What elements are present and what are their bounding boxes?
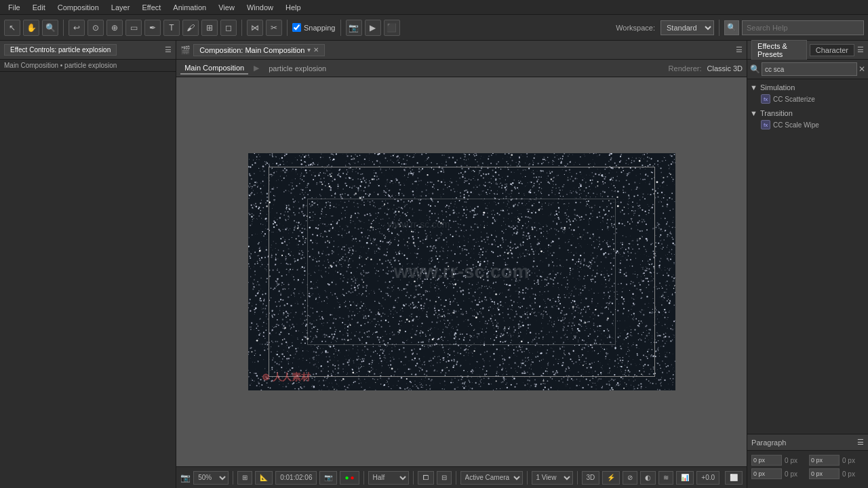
effects-search-clear[interactable]: ✕: [859, 64, 865, 74]
clone-tool[interactable]: ⊞: [201, 20, 218, 36]
fast-preview[interactable]: ⚡: [602, 471, 620, 485]
menu-file[interactable]: File: [3, 2, 26, 13]
brand-watermark: ⊛ 人人素材: [262, 371, 311, 384]
view-count-select[interactable]: 1 View2 Views4 Views: [532, 471, 573, 485]
color-btn[interactable]: ●●: [340, 471, 359, 485]
renderer-value: Classic 3D: [707, 64, 743, 73]
anchor-tool[interactable]: ⊕: [106, 20, 123, 36]
left-panel: Effect Controls: particle explosion ☰ Ma…: [0, 41, 176, 488]
ctrl-div-3: [413, 471, 414, 485]
motion-blur[interactable]: ≋: [658, 471, 673, 485]
rotation-tool[interactable]: ↩: [68, 20, 85, 36]
comp-tab-menu[interactable]: ▾: [307, 46, 311, 54]
para-label-px2: 0 px: [842, 457, 855, 464]
zoom-select[interactable]: 50%100%25%: [193, 471, 229, 485]
menu-view[interactable]: View: [213, 2, 240, 13]
expand-icon[interactable]: ⬜: [725, 471, 743, 485]
simulation-label: Simulation: [760, 83, 795, 92]
toolbar-divider-4: [340, 20, 341, 36]
para-label-px3: 0 px: [785, 470, 797, 478]
puppet-tool[interactable]: ⋈: [247, 20, 263, 36]
viewer-tab-particle[interactable]: particle explosion: [264, 63, 330, 74]
menu-animation[interactable]: Animation: [167, 2, 212, 13]
para-input-4[interactable]: [809, 468, 840, 479]
eraser-tool[interactable]: ◻: [220, 20, 237, 36]
graph-editor[interactable]: 📊: [676, 471, 694, 485]
right-panel-menu[interactable]: ☰: [857, 45, 864, 54]
menu-bar: File Edit Composition Layer Effect Anima…: [0, 0, 868, 15]
effects-presets-tab[interactable]: Effects & Presets: [751, 40, 807, 60]
ctrl-div-1: [233, 471, 233, 485]
quality-select[interactable]: HalfFullQuarter: [368, 471, 409, 485]
menu-window[interactable]: Window: [241, 2, 279, 13]
para-input-1[interactable]: [751, 455, 782, 466]
grid-btn2[interactable]: ⊟: [437, 471, 452, 485]
paragraph-menu[interactable]: ☰: [857, 438, 864, 447]
menu-effect[interactable]: Effect: [136, 2, 166, 13]
viewer-controls: 📷 50%100%25% ⊞ 📐 0:01:02:06 📷 ●● HalfFul…: [176, 466, 747, 488]
hand-tool[interactable]: ✋: [23, 20, 39, 36]
breadcrumb: Main Composition • particle explosion: [0, 60, 176, 72]
brush-tool[interactable]: 🖌: [182, 20, 199, 36]
zoom-tool[interactable]: 🔍: [42, 20, 58, 36]
viewer-tab-main[interactable]: Main Composition: [180, 62, 248, 75]
grid-btn[interactable]: ⊞: [237, 471, 252, 485]
cc-scatterize-item[interactable]: fx CC Scatterize: [750, 93, 865, 105]
menu-composition[interactable]: Composition: [52, 2, 104, 13]
paragraph-row-2: 0 px: [809, 455, 864, 466]
simulation-header[interactable]: ▼ Simulation: [750, 82, 865, 93]
cc-scatterize-label: CC Scatterize: [773, 96, 815, 103]
para-input-2[interactable]: [809, 455, 840, 466]
shape-tool[interactable]: ▭: [125, 20, 142, 36]
paragraph-header: Paragraph ☰: [747, 434, 868, 451]
pen-tool[interactable]: ✒: [144, 20, 161, 36]
comp-tab-close-icon[interactable]: ✕: [313, 46, 319, 54]
selection-tool[interactable]: ↖: [4, 20, 20, 36]
menu-help[interactable]: Help: [280, 2, 307, 13]
text-tool[interactable]: T: [163, 20, 180, 36]
canvas-area[interactable]: www.rr-sc.com www.rr-sc.com ⊛ 人人素材: [176, 77, 747, 466]
main-area: Effect Controls: particle explosion ☰ Ma…: [0, 41, 868, 488]
right-panel: Effects & Presets Character ☰ 🔍 ✕ ▼ Simu…: [747, 41, 868, 488]
transparency[interactable]: ⊘: [623, 471, 637, 485]
transition-label: Transition: [760, 109, 793, 117]
cc-scale-wipe-item[interactable]: fx CC Scale Wipe: [750, 119, 865, 131]
toolbar-divider-3: [287, 20, 288, 36]
paragraph-panel: Paragraph ☰ 0 px 0 px 0 px 0 px: [747, 434, 868, 488]
render-btn[interactable]: ⬛: [384, 20, 400, 36]
transition-header[interactable]: ▼ Transition: [750, 108, 865, 119]
search-icon: 🔍: [724, 20, 739, 35]
effects-search-area: 🔍 ✕: [747, 60, 868, 79]
camera-orbit-tool[interactable]: ⊙: [87, 20, 104, 36]
renderer-label: Renderer:: [669, 64, 702, 73]
transition-chevron: ▼: [750, 109, 757, 117]
para-input-3[interactable]: [751, 468, 782, 479]
camera-icon-ctrl: 📷: [180, 473, 191, 483]
paragraph-row-4: 0 px: [809, 468, 864, 479]
effect-controls-tab[interactable]: Effect Controls: particle explosion: [4, 44, 117, 56]
3d-toggle[interactable]: 3D: [582, 471, 600, 485]
left-panel-menu-icon[interactable]: ☰: [165, 45, 172, 54]
snap-checkbox[interactable]: Snapping: [292, 23, 336, 32]
view-select[interactable]: Active CameraFrontTop: [460, 471, 523, 485]
composition-canvas: www.rr-sc.com www.rr-sc.com ⊛ 人人素材: [248, 153, 675, 390]
comp-icon: 🎬: [180, 45, 191, 55]
workspace-select[interactable]: Standard All Panels Effects: [660, 20, 714, 35]
alpha-toggle[interactable]: ⧠: [418, 471, 434, 485]
menu-edit[interactable]: Edit: [27, 2, 51, 13]
search-input[interactable]: [742, 20, 864, 35]
timecode-display: 0:01:02:06: [275, 471, 317, 485]
effects-search-input[interactable]: [762, 62, 857, 76]
roto-tool[interactable]: ✂: [266, 20, 282, 36]
character-tab[interactable]: Character: [810, 44, 854, 56]
effect-controls-header: Effect Controls: particle explosion ☰: [0, 41, 176, 60]
camera-btn[interactable]: 📷: [346, 20, 362, 36]
comp-header-menu[interactable]: ☰: [736, 45, 743, 54]
effects-presets-header: Effects & Presets Character ☰: [747, 41, 868, 60]
comp-main-tab[interactable]: Composition: Main Composition ▾ ✕: [193, 44, 325, 56]
menu-layer[interactable]: Layer: [106, 2, 136, 13]
preview-btn[interactable]: ▶: [365, 20, 381, 36]
blending[interactable]: ◐: [640, 471, 656, 485]
rulers-btn[interactable]: 📐: [255, 471, 273, 485]
screenshot-btn[interactable]: 📷: [319, 471, 337, 485]
